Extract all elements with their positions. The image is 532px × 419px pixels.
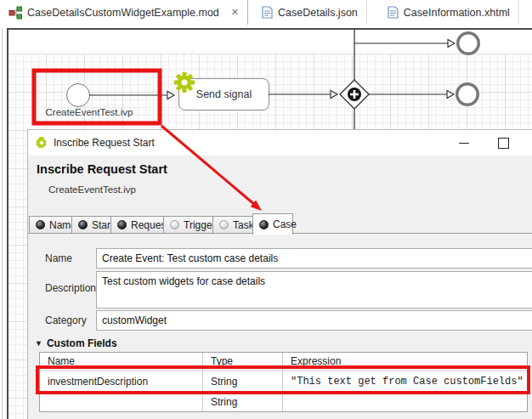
process-model-file-icon: [8, 6, 22, 20]
dialog-subheading: CreateEventTest.ivp: [48, 184, 136, 195]
editor-tab-label: CaseDetails.json: [278, 7, 358, 19]
start-event-circle[interactable]: [66, 83, 90, 107]
dialog-header: Inscribe Request Start CreateEventTest.i…: [28, 156, 532, 213]
dialog-tab-request[interactable]: Request: [110, 216, 164, 234]
canvas-frame-left: [7, 28, 8, 419]
category-input[interactable]: [96, 310, 532, 331]
task-label: Send signal: [196, 88, 252, 100]
custom-fields-table[interactable]: Name Type Expression investmentDescripti…: [39, 352, 528, 412]
table-row-investment-description[interactable]: investmentDescription String "This text …: [40, 371, 527, 394]
editor-tab-xhtml-file[interactable]: CaseInformation.xhtml: [367, 0, 519, 25]
editor-tab-bar: CaseDetailsCustomWidgetExample.mod ✕ Cas…: [0, 0, 532, 25]
dialog-tab-task[interactable]: Task: [212, 216, 253, 234]
minimize-button[interactable]: [453, 135, 475, 150]
category-field-label: Category: [45, 314, 87, 326]
axon-ivy-logo-icon: [35, 136, 48, 150]
tab-state-dot-icon: [36, 220, 45, 229]
table-row-empty[interactable]: String: [40, 394, 527, 411]
dialog-tab-start[interactable]: Start: [71, 216, 111, 234]
custom-fields-title: Custom Fields: [47, 337, 117, 349]
editor-tab-json-file[interactable]: CaseDetails.json: [248, 0, 367, 25]
dialog-tab-label: Trigger: [184, 219, 216, 231]
canvas-frame-top: [7, 28, 532, 30]
maximize-icon: [498, 138, 509, 149]
description-input[interactable]: Test custom widgets for case details: [96, 271, 532, 309]
table-header-row: Name Type Expression: [40, 353, 527, 371]
tab-state-dot-icon: [117, 220, 127, 229]
dialog-tab-name[interactable]: Name: [29, 216, 72, 234]
tab-state-dot-icon: [219, 220, 229, 229]
editor-tab-label: CaseDetailsCustomWidgetExample.mod: [27, 7, 219, 19]
inscribe-request-start-dialog: Inscribe Request Start Inscribe Request …: [27, 129, 532, 419]
dialog-tab-label: Case: [273, 218, 297, 230]
start-event-label: CreateEventTest.ivp: [32, 107, 146, 117]
column-header-type: Type: [203, 353, 283, 371]
json-file-icon: [262, 6, 273, 19]
description-field-label: Description: [45, 282, 96, 294]
script-gear-icon: [173, 71, 195, 93]
cell-type[interactable]: String: [203, 371, 283, 393]
tab-state-dot-icon: [259, 220, 269, 229]
minimize-icon: [459, 143, 469, 144]
dialog-title-bar[interactable]: Inscribe Request Start: [28, 130, 532, 156]
editor-left-margin: [2, 28, 3, 419]
cell-name[interactable]: investmentDescription: [40, 371, 203, 393]
cell-expression[interactable]: "This text get from Case customFields": [283, 371, 527, 393]
name-input[interactable]: [96, 248, 532, 269]
column-header-name: Name: [40, 353, 203, 371]
dialog-tab-label: Task: [233, 219, 254, 231]
dialog-tab-trigger[interactable]: Trigger: [163, 216, 213, 234]
editor-tab-mod-file[interactable]: CaseDetailsCustomWidgetExample.mod ✕: [0, 0, 248, 25]
dialog-title: Inscribe Request Start: [54, 137, 155, 149]
collapse-triangle-icon: ▼: [35, 339, 42, 348]
custom-fields-section-header[interactable]: ▼ Custom Fields: [35, 337, 117, 349]
case-tab-content: Name Description Test custom widgets for…: [28, 234, 532, 419]
maximize-button[interactable]: [492, 135, 514, 150]
axon-ivy-designer-window: CaseDetailsCustomWidgetExample.mod ✕ Cas…: [0, 0, 532, 419]
name-field-label: Name: [45, 252, 72, 264]
xhtml-file-icon: [388, 6, 399, 19]
tab-state-dot-icon: [78, 220, 88, 229]
tab-close-icon[interactable]: ✕: [231, 7, 239, 18]
cell-expression[interactable]: [283, 394, 527, 411]
tab-state-dot-icon: [170, 220, 179, 229]
cell-type[interactable]: String: [203, 394, 283, 411]
dialog-tab-case[interactable]: Case: [252, 213, 293, 235]
dialog-heading: Inscribe Request Start: [37, 162, 167, 176]
cell-name[interactable]: [40, 394, 203, 411]
column-header-expression: Expression: [283, 353, 527, 371]
editor-tab-label: CaseInformation.xhtml: [404, 7, 510, 19]
